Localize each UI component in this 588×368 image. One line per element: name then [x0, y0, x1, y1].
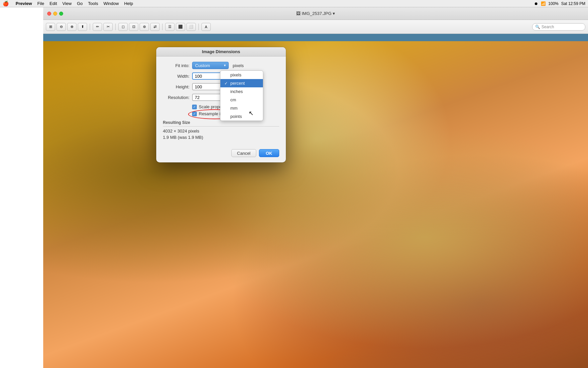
align-btn[interactable]: ☰	[165, 23, 175, 31]
separator-4	[198, 24, 199, 30]
height-label: Height:	[163, 84, 189, 89]
toolbar-search: 🔍 Search	[532, 23, 585, 31]
ok-button[interactable]: OK	[259, 149, 280, 157]
traffic-lights	[47, 12, 63, 16]
flip-btn[interactable]: ⇄	[150, 23, 160, 31]
menu-go[interactable]: Go	[74, 1, 85, 6]
crop-btn[interactable]: ⊡	[129, 23, 138, 31]
shapes-btn[interactable]: ◻	[118, 23, 128, 31]
lasso-btn[interactable]: ✂	[103, 23, 113, 31]
cancel-button[interactable]: Cancel	[231, 149, 256, 157]
battery-indicator: 100%	[548, 1, 559, 6]
separator-1	[90, 24, 90, 30]
dropdown-chevron[interactable]: ▾	[333, 11, 335, 16]
option-points[interactable]: points	[220, 112, 263, 121]
fit-into-dropdown-container: Custom ▼ pixels ✓	[192, 62, 229, 69]
units-dropdown-menu: pixels ✓ percent inches	[220, 70, 263, 121]
resolution-label: Resolution:	[163, 95, 189, 100]
recording-indicator: ⏺	[534, 1, 538, 6]
close-button[interactable]	[47, 12, 51, 16]
resample-image-checkbox[interactable]: ✓	[192, 112, 197, 116]
fit-into-label: Fit into:	[163, 63, 189, 68]
separator-3	[162, 24, 163, 30]
wifi-icon: 📶	[541, 1, 546, 6]
percent-check: ✓	[224, 81, 228, 86]
menubar-right: ⏺ 📶 100% Sat 12:59 PM	[534, 1, 585, 6]
toolbar: ⊞ ⊖ ⊕ ⬆ ✏ ✂ ◻ ⊡ ⊚ ⇄ ☰ ⬛ ⬜ A 🔍 Search	[43, 20, 588, 34]
view-mode-btn[interactable]: ⊞	[46, 23, 55, 31]
scale-proportionally-checkbox[interactable]: ✓	[192, 105, 197, 109]
dialog-body: Fit into: Custom ▼ pixels	[156, 56, 286, 144]
fit-into-row: Fit into: Custom ▼ pixels	[163, 62, 279, 69]
option-mm[interactable]: mm	[220, 104, 263, 112]
option-inches[interactable]: inches	[220, 87, 263, 96]
maximize-button[interactable]	[59, 12, 63, 16]
content-area: Image Dimensions Fit into: Custom ▼	[43, 41, 588, 368]
file-icon: 🖼	[296, 11, 300, 16]
unit-display: pixels	[233, 63, 244, 68]
share-btn[interactable]: ⬆	[78, 23, 87, 31]
search-icon: 🔍	[535, 25, 540, 29]
width-label: Width:	[163, 74, 189, 79]
pencil-btn[interactable]: ✏	[93, 23, 102, 31]
resulting-size-section-label: Resulting Size	[163, 120, 279, 127]
app-window: 🖼 IMG_2537.JPG ▾ ⊞ ⊖ ⊕ ⬆ ✏ ✂ ◻ ⊡ ⊚ ⇄ ☰ ⬛…	[43, 7, 588, 368]
menu-help[interactable]: Help	[121, 1, 136, 6]
menu-tools[interactable]: Tools	[85, 1, 101, 6]
dialog-titlebar: Image Dimensions	[156, 47, 286, 56]
menubar: 🍎 Preview File Edit View Go Tools Window…	[0, 0, 588, 7]
zoom-out-btn[interactable]: ⊖	[57, 23, 66, 31]
fill-btn[interactable]: ⬛	[176, 23, 185, 31]
menu-preview[interactable]: Preview	[13, 1, 35, 6]
fit-into-dropdown[interactable]: Custom ▼	[192, 62, 229, 69]
dialog-overlay: Image Dimensions Fit into: Custom ▼	[43, 41, 588, 368]
option-cm[interactable]: cm	[220, 96, 263, 104]
stroke-btn[interactable]: ⬜	[186, 23, 196, 31]
clock: Sat 12:59 PM	[561, 1, 585, 6]
resulting-dimensions: 4032 × 3024 pixels	[163, 129, 279, 134]
adjust-btn[interactable]: ⊚	[140, 23, 149, 31]
option-percent[interactable]: ✓ percent	[220, 79, 263, 87]
apple-menu[interactable]: 🍎	[3, 1, 9, 7]
window-titlebar: 🖼 IMG_2537.JPG ▾	[43, 7, 588, 20]
resulting-filesize: 1.9 MB (was 1.9 MB)	[163, 135, 279, 140]
menu-window[interactable]: Window	[101, 1, 121, 6]
image-dimensions-dialog: Image Dimensions Fit into: Custom ▼	[156, 47, 286, 162]
option-pixels[interactable]: pixels	[220, 71, 263, 79]
menu-edit[interactable]: Edit	[47, 1, 59, 6]
zoom-in-btn[interactable]: ⊕	[67, 23, 76, 31]
dropdown-arrow-icon: ▼	[223, 64, 226, 67]
separator-2	[115, 24, 116, 30]
menu-file[interactable]: File	[35, 1, 47, 6]
minimize-button[interactable]	[53, 12, 57, 16]
window-title: 🖼 IMG_2537.JPG ▾	[296, 11, 335, 16]
text-btn[interactable]: A	[201, 23, 211, 31]
dialog-title: Image Dimensions	[202, 49, 240, 54]
search-placeholder: Search	[541, 25, 554, 29]
menu-view[interactable]: View	[60, 1, 74, 6]
dialog-footer: Cancel OK	[156, 146, 286, 157]
